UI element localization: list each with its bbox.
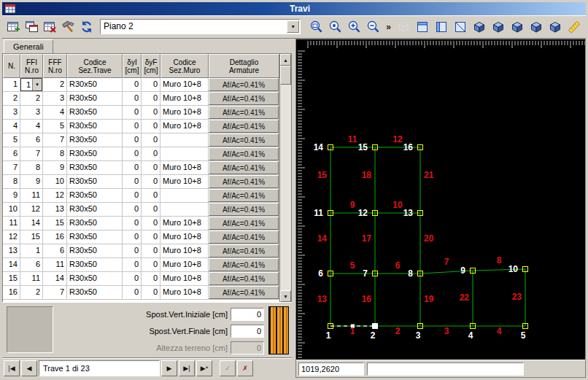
cell-trave[interactable]: R30x50 — [67, 78, 123, 92]
node-marker[interactable] — [373, 324, 378, 329]
cell-ffi[interactable]: 9 — [20, 175, 43, 189]
cell-dyf[interactable]: 0 — [142, 106, 160, 120]
cell-dyf[interactable]: 0 — [142, 217, 160, 230]
scroll-down-button[interactable]: ▼ — [280, 290, 291, 302]
cell-fff[interactable]: 15 — [43, 217, 67, 230]
scroll-up-button[interactable]: ▲ — [280, 54, 291, 66]
cell-n[interactable]: 10 — [3, 203, 20, 217]
cell-dyf[interactable]: 0 — [142, 203, 160, 217]
combo-dropdown-button[interactable]: ▼ — [287, 20, 299, 33]
cell-dyi[interactable]: 0 — [123, 272, 142, 286]
cad-viewport[interactable]: 1234567891011121314151617181920212223123… — [296, 39, 585, 360]
cell-dyi[interactable]: 0 — [123, 106, 142, 120]
cell-dyi[interactable]: 0 — [123, 244, 142, 258]
cell-dyf[interactable]: 0 — [142, 175, 160, 189]
cell-ffi[interactable]: 6 — [20, 258, 43, 272]
cell-n[interactable]: 7 — [3, 161, 20, 175]
view-yz-icon[interactable] — [452, 18, 469, 36]
cell-ffi[interactable]: 3 — [20, 106, 43, 120]
cell-dyi[interactable]: 0 — [123, 120, 142, 133]
nav-first-button[interactable]: |◀ — [4, 360, 20, 376]
cell-dyf[interactable]: 0 — [142, 133, 160, 147]
cell-fff[interactable]: 14 — [43, 272, 67, 286]
cell-dyf[interactable]: 0 — [142, 78, 160, 92]
armature-detail-button[interactable]: Af/Ac=0.41% — [209, 230, 279, 244]
cell-trave[interactable]: R30x50 — [67, 258, 123, 272]
cell-muro[interactable] — [160, 203, 209, 217]
cell-ffi[interactable]: 12 — [20, 203, 43, 217]
cell-trave[interactable]: R30x50 — [67, 189, 123, 203]
cell-dyi[interactable]: 0 — [123, 203, 142, 217]
cell-dyi[interactable]: 0 — [123, 92, 142, 106]
view-xz-icon[interactable] — [433, 18, 450, 36]
armature-detail-button[interactable]: Af/Ac=0.41% — [209, 272, 279, 285]
cell-muro[interactable] — [160, 189, 209, 203]
cell-muro[interactable] — [160, 147, 209, 161]
cell-dyi[interactable]: 0 — [123, 161, 142, 175]
cell-n[interactable]: 15 — [3, 272, 20, 286]
nav-last-button[interactable]: ▶| — [179, 360, 195, 376]
zoom-window-icon[interactable] — [308, 18, 325, 36]
armature-detail-button[interactable]: Af/Ac=0.41% — [209, 120, 279, 133]
cell-fff[interactable]: 10 — [43, 175, 67, 189]
ruler-icon[interactable] — [565, 18, 583, 36]
cell-fff[interactable]: 5 — [43, 120, 67, 133]
nav-cancel-button[interactable]: ✗ — [237, 360, 253, 376]
armature-detail-button[interactable]: Af/Ac=0.41% — [209, 189, 279, 202]
cell-n[interactable]: 12 — [3, 230, 20, 244]
refresh-icon[interactable] — [78, 18, 96, 36]
cell-ffi[interactable]: 8 — [20, 161, 43, 175]
armature-detail-button[interactable]: Af/Ac=0.41% — [209, 161, 279, 174]
armature-detail-button[interactable]: Af/Ac=0.41% — [209, 175, 279, 188]
cell-fff[interactable]: 16 — [43, 230, 67, 244]
cube-a-icon[interactable] — [471, 18, 488, 36]
cell-trave[interactable]: R30x50 — [67, 92, 123, 106]
cell-muro[interactable]: Muro 10+8 — [160, 244, 209, 258]
cell-ffi[interactable]: 7 — [20, 147, 43, 161]
cell-n[interactable]: 5 — [3, 133, 20, 147]
cell-ffi[interactable]: 2 — [20, 92, 43, 106]
toolbar-overflow-chevron[interactable]: » — [384, 22, 393, 32]
table-scrollbar[interactable]: ▲ ▼ — [279, 54, 291, 302]
cell-muro[interactable] — [160, 133, 209, 147]
cell-dyf[interactable]: 0 — [142, 161, 160, 175]
zoom-out-icon[interactable] — [365, 18, 382, 36]
cell-dyf[interactable]: 0 — [142, 120, 160, 133]
cell-n[interactable]: 1 — [3, 78, 20, 92]
cell-dyi[interactable]: 0 — [123, 175, 142, 189]
cell-ffi[interactable]: 6 — [20, 133, 43, 147]
cell-ffi[interactable]: 2 — [20, 286, 43, 300]
cell-dyi[interactable]: 0 — [123, 258, 142, 272]
scrollbar-track[interactable] — [280, 66, 291, 290]
cell-n[interactable]: 9 — [3, 189, 20, 203]
cell-muro[interactable]: Muro 10+8 — [160, 258, 209, 272]
cell-ffi[interactable]: 15 — [20, 230, 43, 244]
spost-vert-iniziale-input[interactable] — [231, 308, 264, 321]
cell-trave[interactable]: R30x50 — [67, 147, 123, 161]
cell-dyf[interactable]: 0 — [142, 258, 160, 272]
cell-dyi[interactable]: 0 — [123, 78, 142, 92]
nav-insert-button[interactable]: ▶* — [196, 360, 212, 376]
armature-detail-button[interactable]: Af/Ac=0.41% — [209, 203, 279, 216]
cell-dyi[interactable]: 0 — [123, 286, 142, 300]
cell-dyi[interactable]: 0 — [123, 217, 142, 230]
cell-trave[interactable]: R30x50 — [67, 106, 123, 120]
cell-trave[interactable]: R30x50 — [67, 161, 123, 175]
cell-trave[interactable]: R30x50 — [67, 203, 123, 217]
cell-muro[interactable]: Muro 10+8 — [160, 78, 209, 92]
armature-detail-button[interactable]: Af/Ac=0.41% — [209, 217, 279, 230]
cell-n[interactable]: 13 — [3, 244, 20, 258]
cell-ffi[interactable]: 1 — [20, 244, 43, 258]
scrollbar-thumb[interactable] — [280, 66, 291, 85]
armature-detail-button[interactable]: Af/Ac=0.41% — [209, 258, 279, 271]
cube-c-icon[interactable] — [508, 18, 526, 36]
cell-trave[interactable]: R30x50 — [67, 244, 123, 258]
cell-muro[interactable]: Muro 10+8 — [160, 272, 209, 286]
cell-dyf[interactable]: 0 — [142, 189, 160, 203]
spost-vert-finale-input[interactable] — [231, 325, 264, 338]
cell-fff[interactable]: 12 — [43, 189, 67, 203]
cell-muro[interactable]: Muro 10+8 — [160, 92, 209, 106]
cell-dyf[interactable]: 0 — [142, 147, 160, 161]
cell-trave[interactable]: R30x50 — [67, 272, 123, 286]
nav-next-button[interactable]: ▶ — [161, 360, 177, 376]
